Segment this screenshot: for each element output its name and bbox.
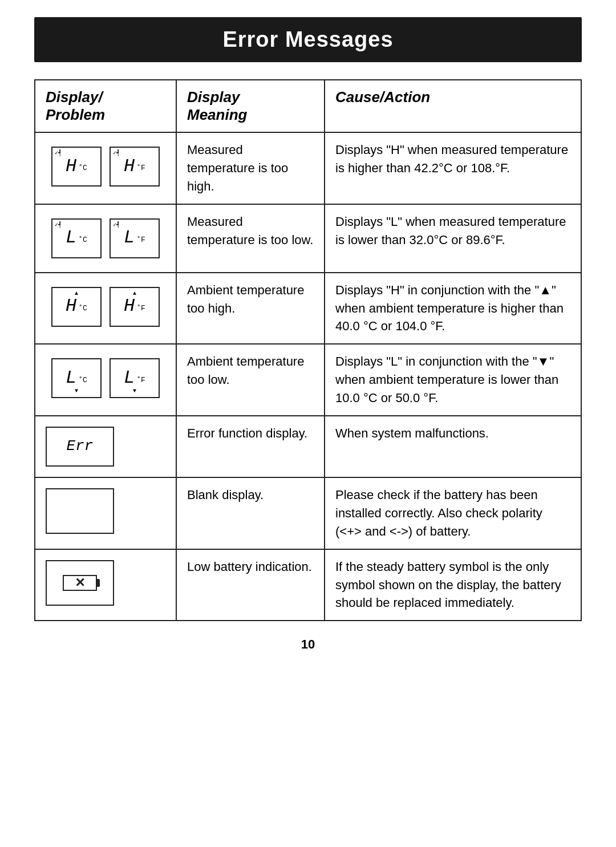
table-row: ▲ H ˚C ▲ H ˚F Am	[35, 273, 581, 345]
cause-cell-6: Please check if the battery has been ins…	[325, 477, 581, 549]
display-cell-4: ▼ L ˚C ▼ L ˚F	[35, 344, 176, 416]
probe-icon-4: ✓┩	[113, 221, 120, 230]
meaning-cell-6: Blank display.	[176, 477, 325, 549]
battery-icon: ✕	[63, 575, 97, 591]
cause-cell-2: Displays "L" when measured temperature i…	[325, 204, 581, 273]
meaning-cell-2: Measured temperature is too low.	[176, 204, 325, 273]
battery-x-icon: ✕	[75, 574, 85, 592]
error-messages-table: Display/ Problem Display Meaning Cause/A…	[34, 79, 582, 621]
display-cell-6	[35, 477, 176, 549]
table-row: Err Error function display. When system …	[35, 416, 581, 477]
lcd-blank	[46, 488, 114, 534]
header-meaning: Display Meaning	[176, 80, 325, 132]
lcd-battery: ✕	[46, 560, 114, 606]
header-cause: Cause/Action	[325, 80, 581, 132]
table-row: ✕ Low battery indication. If the steady …	[35, 549, 581, 621]
display-cell-1: ✓┩ H ˚C ✓┩ H ˚F	[35, 132, 176, 204]
cause-cell-5: When system malfunctions.	[325, 416, 581, 477]
cause-cell-4: Displays "L" in conjunction with the "▼"…	[325, 344, 581, 416]
cause-cell-7: If the steady battery symbol is the only…	[325, 549, 581, 621]
page-title: Error Messages	[51, 27, 565, 52]
cause-cell-1: Displays "H" when measured temperature i…	[325, 132, 581, 204]
lcd-l-fahrenheit: ✓┩ L ˚F	[110, 218, 160, 258]
table-row: ▼ L ˚C ▼ L ˚F Am	[35, 344, 581, 416]
display-cell-7: ✕	[35, 549, 176, 621]
probe-icon-2: ✓┩	[113, 149, 120, 158]
display-cell-2: ✓┩ L ˚C ✓┩ L ˚F	[35, 204, 176, 273]
lcd-h-fahrenheit: ✓┩ H ˚F	[110, 147, 160, 187]
lcd-ambient-h-fahrenheit: ▲ H ˚F	[110, 287, 160, 327]
table-row: ✓┩ H ˚C ✓┩ H ˚F	[35, 132, 581, 204]
table-row: Blank display. Please check if the batte…	[35, 477, 581, 549]
probe-icon-3: ✓┩	[55, 221, 62, 230]
lcd-ambient-h-celsius: ▲ H ˚C	[51, 287, 102, 327]
display-cell-5: Err	[35, 416, 176, 477]
page-title-bar: Error Messages	[34, 17, 582, 62]
lcd-ambient-l-fahrenheit: ▼ L ˚F	[110, 358, 160, 398]
meaning-cell-5: Error function display.	[176, 416, 325, 477]
meaning-cell-3: Ambient temperature too high.	[176, 273, 325, 345]
lcd-l-celsius: ✓┩ L ˚C	[51, 218, 102, 258]
page-number: 10	[301, 637, 315, 652]
meaning-cell-7: Low battery indication.	[176, 549, 325, 621]
display-cell-3: ▲ H ˚C ▲ H ˚F	[35, 273, 176, 345]
table-row: ✓┩ L ˚C ✓┩ L ˚F	[35, 204, 581, 273]
cause-cell-3: Displays "H" in conjunction with the "▲"…	[325, 273, 581, 345]
header-display: Display/ Problem	[35, 80, 176, 132]
lcd-h-celsius: ✓┩ H ˚C	[51, 147, 102, 187]
meaning-cell-1: Measured temperature is too high.	[176, 132, 325, 204]
lcd-err: Err	[46, 427, 114, 467]
meaning-cell-4: Ambient temperature too low.	[176, 344, 325, 416]
lcd-ambient-l-celsius: ▼ L ˚C	[51, 358, 102, 398]
probe-icon: ✓┩	[55, 149, 62, 158]
